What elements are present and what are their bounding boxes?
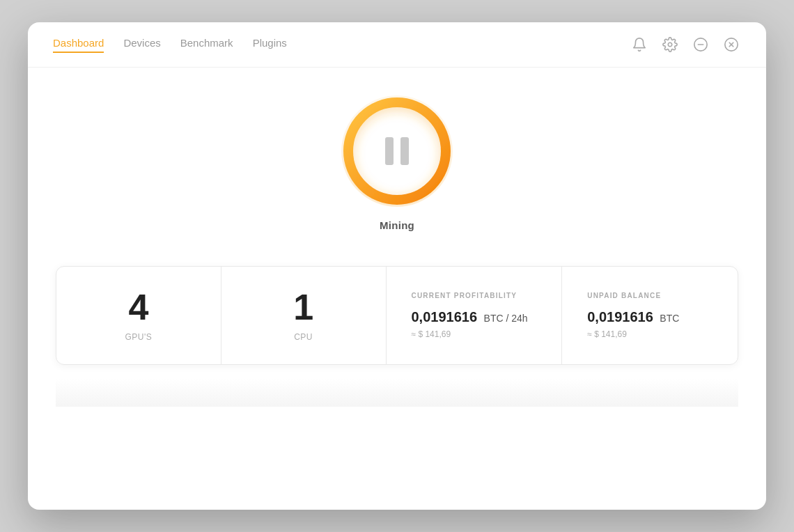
minimize-icon[interactable] [691,35,710,54]
balance-amount: 0,0191616 [587,309,653,324]
balance-fiat: ≈ $ 141,69 [587,329,627,339]
mining-button-wrapper: Mining [341,95,453,231]
tab-benchmark[interactable]: Benchmark [180,37,233,53]
profitability-amount: 0,0191616 [412,309,478,324]
nav-tabs: Dashboard Devices Benchmark Plugins [53,37,287,53]
profitability-fiat: ≈ $ 141,69 [412,329,451,339]
mining-toggle-button[interactable] [341,95,453,207]
tab-dashboard[interactable]: Dashboard [53,37,104,53]
gpu-stat-cell: 4 GPU'S [56,267,221,364]
svg-point-6 [348,102,446,200]
close-icon[interactable] [722,35,741,54]
settings-icon[interactable] [660,35,680,54]
tab-devices[interactable]: Devices [123,37,160,53]
profitability-cell: CURRENT PROFITABILITY 0,0191616 BTC / 24… [387,267,563,364]
mining-ring [341,95,453,207]
cpu-label: CPU [294,332,313,342]
balance-cell: UNPAID BALANCE 0,0191616 BTC ≈ $ 141,69 [562,267,738,364]
header: Dashboard Devices Benchmark Plugins [28,22,766,68]
stats-panel: 4 GPU'S 1 CPU CURRENT PROFITABILITY 0,01… [56,266,738,365]
gpu-label: GPU'S [125,332,152,342]
cpu-stat-cell: 1 CPU [221,267,387,364]
profitability-title: CURRENT PROFITABILITY [412,292,517,299]
bell-icon[interactable] [630,35,649,54]
profitability-value: 0,0191616 BTC / 24h [412,309,528,325]
balance-title: UNPAID BALANCE [587,292,661,299]
profitability-unit: BTC / 24h [484,313,528,324]
svg-point-0 [668,42,672,47]
balance-unit: BTC [660,313,679,324]
tab-plugins[interactable]: Plugins [253,37,287,53]
gpu-count: 4 [128,289,148,325]
mining-label: Mining [380,219,414,231]
app-window: Dashboard Devices Benchmark Plugins [28,22,766,510]
bottom-fade [56,379,738,407]
balance-value: 0,0191616 BTC [587,309,679,325]
header-actions [630,35,741,54]
cpu-count: 1 [293,289,313,325]
main-content: Mining 4 GPU'S 1 CPU CURRENT PROFITABILI… [28,68,766,407]
